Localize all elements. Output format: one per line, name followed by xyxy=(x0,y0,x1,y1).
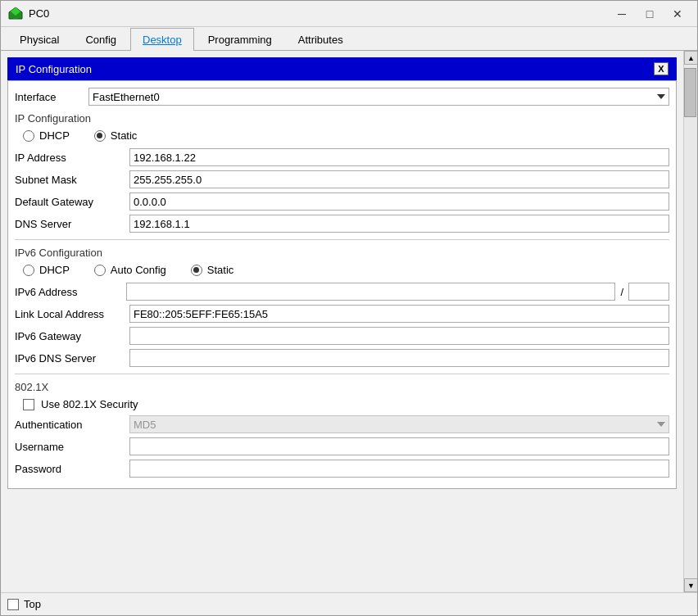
ip-config-title: IP Configuration xyxy=(16,63,92,75)
interface-row: Interface FastEthernet0 xyxy=(15,88,669,106)
app-icon xyxy=(7,6,24,22)
static-radio-item[interactable]: Static xyxy=(94,129,138,142)
use-dot1x-row: Use 802.1X Security xyxy=(23,398,669,410)
default-gateway-label: Default Gateway xyxy=(15,196,121,208)
ipv6-dns-label: IPv6 DNS Server xyxy=(15,352,121,365)
svg-rect-2 xyxy=(13,16,18,19)
ipv6-dhcp-radio[interactable] xyxy=(23,265,34,276)
tab-bar: Physical Config Desktop Programming Attr… xyxy=(1,27,697,51)
dhcp-radio[interactable] xyxy=(23,130,34,142)
dhcp-label: DHCP xyxy=(39,129,70,142)
main-content: IP Configuration X Interface FastEtherne… xyxy=(1,51,683,592)
top-label: Top xyxy=(24,598,41,610)
close-button[interactable]: ✕ xyxy=(664,4,691,24)
ip-config-header: IP Configuration X xyxy=(7,57,677,80)
ipv4-section-title: IP Configuration xyxy=(15,112,669,125)
ipv6-radio-row: DHCP Auto Config Static xyxy=(23,264,669,276)
ipv6-slash: / xyxy=(620,286,623,298)
window-title: PC0 xyxy=(29,7,609,20)
default-gateway-row: Default Gateway xyxy=(15,192,669,211)
ip-config-close-button[interactable]: X xyxy=(654,62,669,75)
maximize-button[interactable]: □ xyxy=(637,4,663,24)
authentication-label: Authentication xyxy=(15,419,121,431)
static-radio[interactable] xyxy=(94,130,106,142)
authentication-row: Authentication MD5 xyxy=(15,415,669,433)
use-dot1x-checkbox[interactable] xyxy=(23,399,34,410)
subnet-mask-input[interactable] xyxy=(129,170,669,188)
dot1x-section-title: 802.1X xyxy=(15,381,669,393)
username-label: Username xyxy=(15,441,121,453)
tab-config[interactable]: Config xyxy=(73,28,129,51)
username-row: Username xyxy=(15,437,669,455)
dns-server-row: DNS Server xyxy=(15,215,669,233)
ipv6-static-radio[interactable] xyxy=(191,265,202,276)
window-controls: ─ □ ✕ xyxy=(609,4,691,24)
section-divider-1 xyxy=(15,239,669,240)
ipv6-auto-label: Auto Config xyxy=(111,264,166,276)
tab-attributes[interactable]: Attributes xyxy=(286,28,356,51)
ipv6-dhcp-radio-item[interactable]: DHCP xyxy=(23,264,70,276)
dhcp-radio-item[interactable]: DHCP xyxy=(23,129,70,142)
ipv6-address-label: IPv6 Address xyxy=(15,286,121,298)
ipv6-address-input[interactable] xyxy=(126,283,615,301)
ipv6-dns-input[interactable] xyxy=(129,349,669,367)
ip-address-row: IP Address xyxy=(15,148,669,166)
authentication-select[interactable]: MD5 xyxy=(129,415,669,433)
dns-server-input[interactable] xyxy=(129,215,669,233)
scroll-track[interactable] xyxy=(684,65,697,578)
ipv6-gateway-label: IPv6 Gateway xyxy=(15,330,121,342)
ipv6-auto-radio-item[interactable]: Auto Config xyxy=(94,264,166,276)
static-label: Static xyxy=(111,129,138,142)
interface-select[interactable]: FastEthernet0 xyxy=(88,88,669,106)
ipv6-static-label: Static xyxy=(207,264,234,276)
ipv6-section-title: IPv6 Configuration xyxy=(15,247,669,259)
ipv6-gateway-input[interactable] xyxy=(129,327,669,345)
main-window: PC0 ─ □ ✕ Physical Config Desktop Progra… xyxy=(0,0,698,616)
link-local-input[interactable] xyxy=(129,305,669,323)
tab-physical[interactable]: Physical xyxy=(7,28,71,51)
scroll-up-button[interactable]: ▲ xyxy=(684,51,697,65)
content-area: IP Configuration X Interface FastEtherne… xyxy=(1,51,697,592)
ipv6-address-row: IPv6 Address / xyxy=(15,283,669,301)
password-label: Password xyxy=(15,463,121,475)
interface-label: Interface xyxy=(15,91,80,103)
password-row: Password xyxy=(15,460,669,478)
ip-address-input[interactable] xyxy=(129,148,669,166)
username-input[interactable] xyxy=(129,437,669,455)
ipv6-static-radio-item[interactable]: Static xyxy=(191,264,234,276)
ipv4-radio-row: DHCP Static xyxy=(23,129,669,142)
section-divider-2 xyxy=(15,374,669,374)
scroll-down-button[interactable]: ▼ xyxy=(684,578,697,592)
ipv6-dns-row: IPv6 DNS Server xyxy=(15,349,669,367)
link-local-label: Link Local Address xyxy=(15,308,121,320)
subnet-mask-label: Subnet Mask xyxy=(15,174,121,186)
link-local-row: Link Local Address xyxy=(15,305,669,323)
form-area: Interface FastEthernet0 IP Configuration… xyxy=(7,80,677,489)
ip-address-label: IP Address xyxy=(15,152,121,164)
subnet-mask-row: Subnet Mask xyxy=(15,170,669,188)
ipv6-dhcp-label: DHCP xyxy=(39,264,70,276)
password-input[interactable] xyxy=(129,460,669,478)
title-bar: PC0 ─ □ ✕ xyxy=(1,1,697,27)
top-checkbox-row: Top xyxy=(7,598,41,610)
dns-server-label: DNS Server xyxy=(15,218,121,230)
scrollbar: ▲ ▼ xyxy=(683,51,697,592)
ipv6-auto-radio[interactable] xyxy=(94,265,106,276)
bottom-bar: Top xyxy=(1,592,697,615)
default-gateway-input[interactable] xyxy=(129,192,669,211)
ipv6-gateway-row: IPv6 Gateway xyxy=(15,327,669,345)
top-checkbox[interactable] xyxy=(7,599,19,610)
use-dot1x-label: Use 802.1X Security xyxy=(41,398,138,410)
scroll-thumb[interactable] xyxy=(684,68,696,117)
minimize-button[interactable]: ─ xyxy=(609,4,635,24)
tab-programming[interactable]: Programming xyxy=(196,28,284,51)
ipv6-prefix-input[interactable] xyxy=(628,283,669,301)
tab-desktop[interactable]: Desktop xyxy=(130,28,194,51)
